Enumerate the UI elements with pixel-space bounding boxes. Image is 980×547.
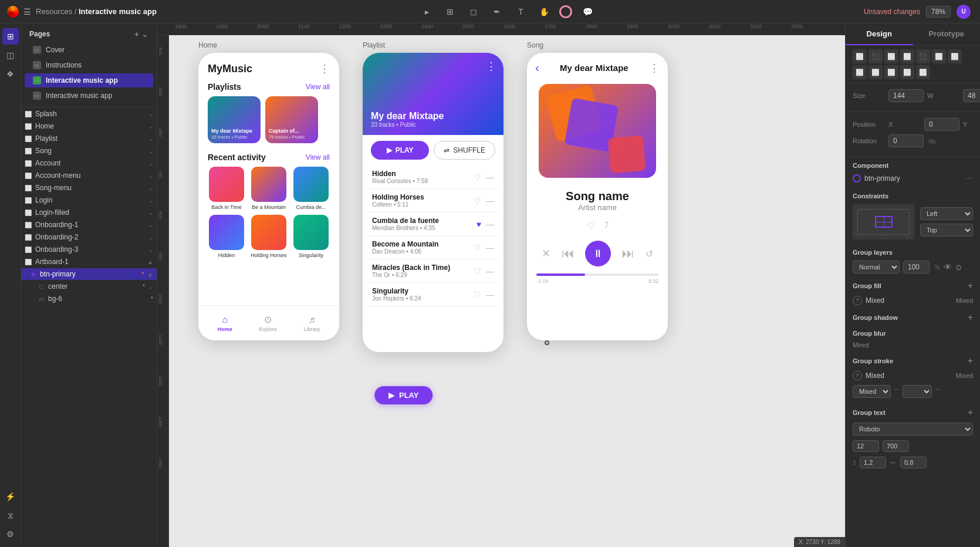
opacity-input[interactable] [903,261,930,274]
heart-icon-1[interactable]: ♡ [474,173,481,182]
playlist-card-2[interactable]: Captain of... 79 tracks • Public [265,96,318,143]
forward-ctrl-btn[interactable]: ⏭ [621,246,634,261]
layer-song[interactable]: ⬜ Song ⌄ [21,145,157,157]
playlist-shuffle-btn[interactable]: ⇌ SHUFFLE [434,141,495,160]
align-bottom-icon[interactable]: ⬜ [932,49,946,63]
align-left-icon[interactable]: ⬜ [853,49,867,63]
more-icon-5[interactable]: — [486,266,494,276]
layer-login[interactable]: ⬜ Login ⌄ [21,194,157,206]
canvas-content[interactable]: Home MyMusic ⋮ Playlists View all [169,35,845,547]
layer-home[interactable]: ⬜ Home ⌄ [21,120,157,132]
align-center-h-icon[interactable]: ⬛ [869,49,883,63]
track-item-3[interactable]: Cumbia de la fuente Meridian Brothers • … [367,212,499,236]
page-item-instructions[interactable]: ▭ Instructions [25,58,153,72]
font-family-select[interactable]: Roboto [853,423,973,435]
tidy-v-icon[interactable]: ⬜ [884,65,898,79]
avatar[interactable]: U [957,5,971,19]
hand-tool[interactable]: ✋ [536,4,552,20]
back-btn[interactable]: ‹ [535,61,539,75]
playlists-view-all[interactable]: View all [306,83,330,91]
close-ctrl-btn[interactable]: ✕ [542,247,550,260]
play-indicator[interactable] [559,5,572,18]
progress-area[interactable]: -1:1h 3:32 [527,274,668,286]
more-icon-4[interactable]: — [486,243,494,252]
history-tool[interactable]: ⧖ [2,507,19,524]
rotation-input[interactable] [888,134,924,147]
more-icon-2[interactable]: — [486,196,494,205]
components-tool[interactable]: ❖ [2,66,19,82]
rewind-ctrl-btn[interactable]: ⏮ [562,246,575,261]
pause-ctrl-btn[interactable]: ⏸ [585,241,611,266]
pen-tool[interactable]: ✒ [489,4,505,20]
track-item-2[interactable]: Holding Horses Colleen • 5:11 ♡ — [367,189,499,212]
group-text-add-btn[interactable]: + [968,407,973,418]
layer-account-menu[interactable]: ⬜ Account-menu ⌄ [21,170,157,181]
layers-tool[interactable]: ⊞ [2,28,19,45]
font-size-input[interactable] [853,440,879,452]
heart-icon-5[interactable]: ♡ [474,266,481,276]
more-icon-1[interactable]: — [486,173,494,182]
size-value-input[interactable] [888,89,924,102]
tab-design[interactable]: Design [846,23,913,45]
track-item-6[interactable]: Singularity Jon Hopkins • 6:24 ♡ — [367,283,499,306]
visibility-icon[interactable]: 👁 [944,262,952,272]
page-item-interactive-active[interactable]: ▭ Interactive music app [25,73,153,87]
comment-tool[interactable]: 💬 [579,4,596,20]
add-page-btn[interactable]: + [134,29,139,39]
tidy-h-icon[interactable]: ⬜ [869,65,883,79]
layer-account[interactable]: ⬜ Account ⌄ [21,157,157,169]
distribute-bottom-icon[interactable]: ⬜ [916,65,930,79]
zoom-control[interactable]: 78% [926,6,951,18]
layer-btn-primary[interactable]: ❖ btn-primary * ▲ [21,268,157,280]
layer-splash[interactable]: ⬜ Splash ⌄ [21,108,157,120]
heart-icon-6[interactable]: ♡ [474,290,481,299]
constraint-h-select[interactable]: Left [920,207,973,220]
shape-tool[interactable]: ◻ [465,4,482,20]
layer-onboarding3[interactable]: ⬜ Onboarding-3 ⌄ [21,244,157,255]
font-weight-input[interactable] [883,440,909,452]
layer-bg6[interactable]: ▭ bg-6 * [21,293,157,305]
layer-artboard1[interactable]: ⬜ Artboard-1 ▲ [21,256,157,268]
letter-spacing-input[interactable] [900,457,927,468]
layer-song-menu[interactable]: ⬜ Song-menu ⌄ [21,182,157,194]
group-fill-add-btn[interactable]: + [968,281,973,291]
recent-item-6[interactable]: Singularity [292,215,330,258]
figma-logo[interactable] [7,6,19,18]
hamburger-icon[interactable]: ☰ [23,7,31,16]
pages-chevron[interactable]: ⌄ [141,29,148,39]
line-height-input[interactable] [860,457,886,468]
layer-center[interactable]: □ center * ⌄ [21,281,157,292]
page-item-cover[interactable]: ▭ Cover [25,43,153,57]
blend-select[interactable]: Normal [853,261,900,274]
nav-explore[interactable]: ⊙ Explore [259,314,277,332]
recent-item-5[interactable]: Holding Horses [250,215,288,258]
recent-item-1[interactable]: Back in Time [208,167,245,210]
home-kebab[interactable]: ⋮ [319,62,330,75]
recent-view-all[interactable]: View all [306,153,330,161]
canvas-area[interactable]: 1800 1900 2000 2100 2200 2300 2400 2500 … [157,23,845,547]
heart-social-btn[interactable]: ♡ [587,220,595,231]
align-top-icon[interactable]: ⬜ [900,49,914,63]
more-icon-3[interactable]: — [486,220,494,229]
frame-tool[interactable]: ⊞ [442,4,458,20]
page-item-interactive[interactable]: ▭ Interactive music app [25,89,153,103]
layer-onboarding2[interactable]: ⬜ Onboarding-2 ⌄ [21,231,157,243]
recent-item-4[interactable]: Hidden [208,215,245,258]
heart-icon-2[interactable]: ♡ [474,196,481,205]
distribute-top-icon[interactable]: ⬜ [900,65,914,79]
w-input[interactable] [963,89,980,102]
constraint-v-select[interactable]: Top [920,224,973,237]
distribute-v-icon[interactable]: ⬜ [853,65,867,79]
track-item-4[interactable]: Become a Mountain Dan Deacon • 4:06 ♡ — [367,236,499,259]
nav-library[interactable]: ♬ Library [304,315,320,332]
stroke-pos-select[interactable]: Mixed [853,385,891,398]
x-input[interactable] [924,118,959,131]
distribute-h-icon[interactable]: ⬜ [948,49,962,63]
song-kebab[interactable]: ⋮ [649,62,660,75]
align-center-v-icon[interactable]: ⬛ [916,49,930,63]
assets-tool[interactable]: ◫ [2,47,19,63]
playlist-card-1[interactable]: My dear Mixtape 33 tracks • Public [208,96,261,143]
group-shadow-add-btn[interactable]: + [968,312,973,323]
mini-play-btn[interactable]: ▶ PLAY [374,386,432,404]
text-tool[interactable]: T [512,4,529,20]
